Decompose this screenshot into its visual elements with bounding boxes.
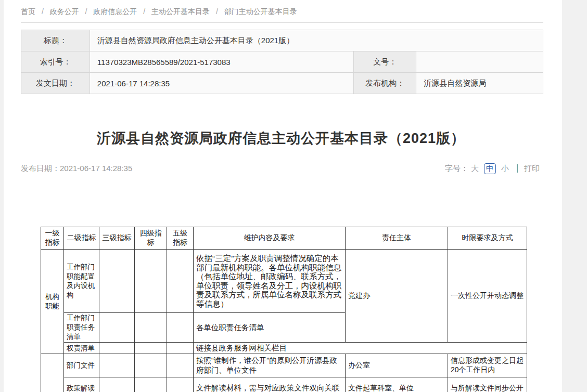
catalog-header-row: 一级指标 二级指标 三级指标 四级指标 五级指标 维护内容及要求 责任主体 时限… [41,227,527,250]
font-large-button[interactable]: 大 [471,164,479,174]
empty-cell [135,377,167,392]
header-deadline: 时限要求及方式 [448,227,527,250]
toolbar-divider [517,164,518,173]
breadcrumb-separator: / [85,7,87,16]
cell-deadline: 一次性公开并动态调整 [448,250,527,343]
breadcrumb-separator: / [143,7,145,16]
info-value-agency: 沂源县自然资源局 [416,73,543,94]
empty-cell [167,343,194,354]
cell-content: 按照“谁制作，谁公开”的原则公开沂源县政府部门、单位文件 [194,354,346,377]
empty-cell [167,250,194,313]
breadcrumb-link-department-catalog[interactable]: 部门主动公开基本目录 [224,7,297,16]
info-label-title: 标题： [21,30,90,51]
empty-cell [135,313,167,343]
breadcrumb-link-government-affairs[interactable]: 政务公开 [50,7,79,16]
info-label-docnum: 文号： [354,51,416,73]
font-size-label: 字号： [445,164,468,174]
header-level1: 一级指标 [41,227,64,250]
catalog-table: 一级指标 二级指标 三级指标 四级指标 五级指标 维护内容及要求 责任主体 时限… [41,227,527,392]
cell-level2: 工作部门职能配置及内设机构 [64,250,99,313]
cell-responsible: 文件起草科室、单位 [346,377,448,392]
info-row-index: 索引号： 11370323MB28565589/2021-5173083 文号： [21,51,543,73]
breadcrumb-link-gov-info-disclosure[interactable]: 政府信息公开 [93,7,137,16]
info-label-agency: 发布机构： [354,73,416,94]
header-level4: 四级指标 [135,227,167,250]
empty-cell [167,354,194,377]
breadcrumb-divider-line [21,22,543,23]
info-row-date: 发文日期： 2021-06-17 14:28:35 发布机构： 沂源县自然资源局 [21,73,543,94]
cell-level2: 部门文件 [64,354,99,377]
cell-deadline: 与所解读文件同步公开 [448,377,527,392]
breadcrumb-link-active-disclosure-catalog[interactable]: 主动公开基本目录 [151,7,210,16]
cell-content: 链接县政务服务网相关栏目 [194,343,527,354]
empty-cell [99,354,135,377]
info-value-index: 11370323MB28565589/2021-5173083 [90,51,354,73]
font-small-button[interactable]: 小 [501,164,509,174]
empty-cell [135,354,167,377]
cell-level1-org-functions: 机构职能 [41,250,64,354]
breadcrumb-separator: / [216,7,218,16]
empty-cell [135,250,167,313]
table-row: 政策解读 文件解读材料，需与对应政策文件双向关联 文件起草科室、单位 与所解读文… [41,377,527,392]
breadcrumb-separator: / [42,7,44,16]
publish-date-label: 发布日期： [21,164,60,173]
header-level5: 五级指标 [167,227,194,250]
page-title: 沂源县自然资源局政府信息主动公开基本目录（2021版） [21,129,541,148]
table-row: 机构职能 工作部门职能配置及内设机构 依据“三定”方案及职责调整情况确定的本部门… [41,250,527,313]
info-value-title: 沂源县自然资源局政府信息主动公开基本目录（2021版） [90,30,543,51]
info-value-date: 2021-06-17 14:28:35 [90,73,354,94]
cell-level2: 政策解读 [64,377,99,392]
empty-cell [99,313,135,343]
print-button[interactable]: 打印 [524,164,540,174]
empty-cell [167,313,194,343]
table-row: 权责清单 链接县政务服务网相关栏目 [41,343,527,354]
publish-date-value: 2021-06-17 14:28:35 [60,164,132,173]
publish-date: 发布日期：2021-06-17 14:28:35 [21,164,132,174]
header-level2: 二级指标 [64,227,99,250]
empty-cell [99,343,135,354]
empty-cell [99,377,135,392]
content-area: 首页 / 政务公开 / 政府信息公开 / 主动公开基本目录 / 部门主动公开基本… [4,0,562,392]
header-level3: 三级指标 [99,227,135,250]
info-value-docnum [416,51,543,73]
page-left-margin [0,0,4,392]
article-toolbar: 字号： 大 中 小 打印 [445,163,540,174]
cell-level2: 工作部门职责任务清单 [64,313,99,343]
info-label-index: 索引号： [21,51,90,73]
cell-content: 各单位职责任务清单 [194,313,346,343]
empty-cell [99,250,135,313]
article-meta-row: 发布日期：2021-06-17 14:28:35 字号： 大 中 小 打印 [21,161,540,176]
info-label-date: 发文日期： [21,73,90,94]
table-row: 部门文件 按照“谁制作，谁公开”的原则公开沂源县政府部门、单位文件 办公室 信息… [41,354,527,377]
page-right-margin [562,0,587,392]
empty-cell [167,377,194,392]
cell-responsible: 办公室 [346,354,448,377]
breadcrumb-link-home[interactable]: 首页 [21,7,35,16]
document-info-table: 标题： 沂源县自然资源局政府信息主动公开基本目录（2021版） 索引号： 113… [21,30,543,94]
font-medium-button[interactable]: 中 [484,163,496,174]
empty-cell [41,354,64,392]
cell-deadline: 信息形成或变更之日起20个工作日内 [448,354,527,377]
cell-content: 依据“三定”方案及职责调整情况确定的本部门最新机构职能。各单位机构职能信息（包括… [194,250,346,313]
breadcrumb: 首页 / 政务公开 / 政府信息公开 / 主动公开基本目录 / 部门主动公开基本… [21,7,297,17]
cell-responsible: 党建办 [346,250,448,343]
header-content: 维护内容及要求 [194,227,346,250]
header-responsible: 责任主体 [346,227,448,250]
cell-content: 文件解读材料，需与对应政策文件双向关联 [194,377,346,392]
cell-level2: 权责清单 [64,343,99,354]
info-row-title: 标题： 沂源县自然资源局政府信息主动公开基本目录（2021版） [21,30,543,51]
empty-cell [135,343,167,354]
